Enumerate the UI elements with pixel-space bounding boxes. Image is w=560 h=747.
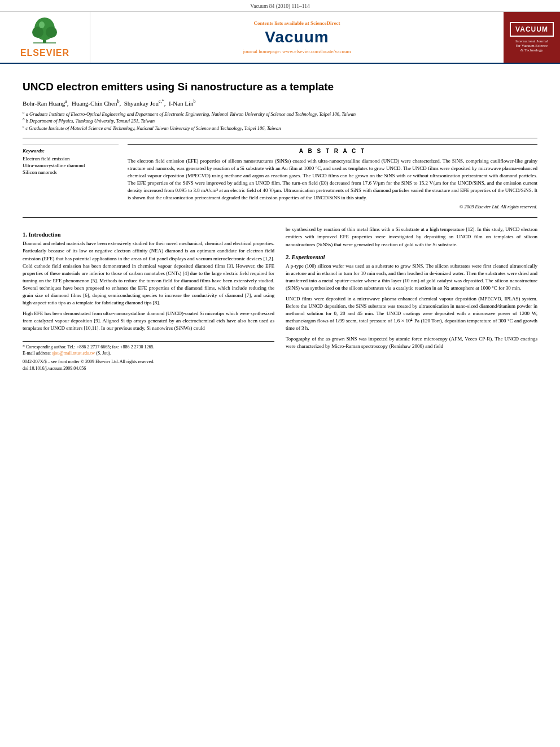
- section2-paragraph1: A p-type (100) silicon wafer was used as…: [286, 263, 537, 292]
- elsevier-wordmark: ELSEVIER: [20, 48, 69, 58]
- article-content: UNCD electron emitters using Si nanostru…: [0, 64, 560, 383]
- affiliations: a a Graduate Institute of Electro-Optica…: [23, 110, 537, 131]
- vacuum-badge: VACUUM: [510, 22, 554, 37]
- keywords-col: Keywords: Electron field emission Ultra-…: [23, 144, 119, 209]
- footnote-area: * Corresponding author. Tel.: +886 2 273…: [23, 341, 274, 372]
- section2-title: 2. Experimental: [286, 254, 537, 260]
- abstract-copyright: © 2009 Elsevier Ltd. All rights reserved…: [128, 204, 537, 209]
- elsevier-tree-icon: [22, 16, 67, 45]
- sciencedirect-link: Contents lists available at ScienceDirec…: [254, 20, 340, 26]
- abstract-col: A B S T R A C T The electron field emiss…: [128, 144, 537, 209]
- elsevier-logo: ELSEVIER: [20, 16, 69, 58]
- journal-badge-area: VACUUM International Journalfor Vacuum S…: [504, 12, 560, 63]
- journal-title: Vacuum: [265, 28, 329, 46]
- keywords-box: Keywords: Electron field emission Ultra-…: [23, 144, 119, 175]
- journal-header: ELSEVIER Contents lists available at Sci…: [0, 12, 560, 64]
- vacuum-badge-subtitle: International Journalfor Vacuum Science&…: [515, 39, 548, 53]
- sciencedirect-brand: ScienceDirect: [310, 20, 340, 26]
- top-bar: Vacuum 84 (2010) 111–114: [0, 0, 560, 12]
- affiliation-c: c c Graduate Institute of Material Scien…: [23, 124, 537, 131]
- svg-point-4: [39, 21, 45, 28]
- footnote-corresponding: * Corresponding author. Tel.: +886 2 273…: [23, 344, 274, 350]
- section1-paragraph2: High EFE has been demonstrated from ultr…: [23, 310, 274, 332]
- body-columns: 1. Introduction Diamond and related mate…: [23, 226, 537, 371]
- elsevier-logo-area: ELSEVIER: [0, 12, 90, 63]
- abstract-section: A B S T R A C T The electron field emiss…: [128, 144, 537, 209]
- svg-point-3: [46, 27, 57, 38]
- authors-line: Bohr-Ran Huanga, Huang-Chin Chenb, Shyan…: [23, 99, 537, 107]
- footnote-issn: 0042-207X/$ – see front matter © 2009 El…: [23, 359, 274, 365]
- journal-header-center: Contents lists available at ScienceDirec…: [90, 12, 504, 63]
- affiliation-b: b b Department of Physics, Tamkang Unive…: [23, 117, 537, 124]
- section2-paragraph3: Topography of the as-grown SiNS was insp…: [286, 335, 537, 350]
- keywords-abstract-row: Keywords: Electron field emission Ultra-…: [23, 144, 537, 209]
- citation-text: Vacuum 84 (2010) 111–114: [250, 3, 309, 9]
- body-left-col: 1. Introduction Diamond and related mate…: [23, 226, 274, 371]
- section1-title: 1. Introduction: [23, 231, 274, 238]
- section1-right-paragraph1: be synthesized by reaction of thin metal…: [286, 226, 537, 248]
- body-right-col: be synthesized by reaction of thin metal…: [286, 226, 537, 371]
- footnote-email-address: sjou@mail.ntust.edu.tw: [52, 351, 95, 356]
- abstract-title: A B S T R A C T: [128, 148, 537, 154]
- section2-paragraph2: UNCD films were deposited in a microwave…: [286, 295, 537, 332]
- journal-homepage: journal homepage: www.elsevier.com/locat…: [243, 49, 351, 54]
- article-title: UNCD electron emitters using Si nanostru…: [23, 81, 537, 93]
- abstract-text: The electron field emission (EFE) proper…: [128, 158, 537, 202]
- keywords-label: Keywords:: [23, 148, 119, 154]
- keyword-2: Ultra-nanocrystalline diamond: [23, 163, 119, 168]
- affiliation-a: a a Graduate Institute of Electro-Optica…: [23, 110, 537, 117]
- footnote-doi: doi:10.1016/j.vacuum.2009.04.056: [23, 365, 274, 372]
- footnote-email: E-mail address: sjou@mail.ntust.edu.tw (…: [23, 350, 274, 356]
- keyword-3: Silicon nanorods: [23, 169, 119, 175]
- section1-paragraph1: Diamond and related materials have been …: [23, 240, 274, 306]
- keyword-1: Electron field emission: [23, 156, 119, 161]
